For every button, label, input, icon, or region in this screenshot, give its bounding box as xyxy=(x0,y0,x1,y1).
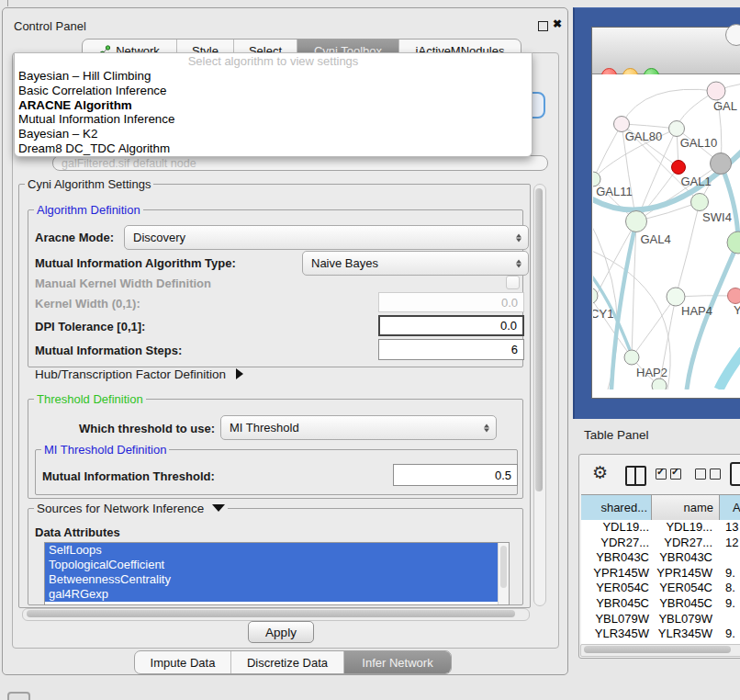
network-node-red-node[interactable] xyxy=(672,161,686,175)
mi-type-value: Naive Bayes xyxy=(311,256,378,270)
algorithm-option[interactable]: Basic Correlation Inference xyxy=(15,84,532,98)
manual-kernel-checkbox[interactable] xyxy=(506,276,520,289)
tab-impute-data[interactable]: Impute Data xyxy=(135,651,230,673)
column-header-name[interactable]: name xyxy=(652,495,720,520)
node-label-salmon-node: Y xyxy=(734,303,740,317)
network-node-GAL1[interactable] xyxy=(691,194,709,211)
table-row[interactable]: YDL19...YDL19...13 xyxy=(581,520,740,536)
expand-right-icon xyxy=(236,368,243,379)
network-node-HAP2[interactable] xyxy=(624,350,639,365)
float-window-icon[interactable] xyxy=(538,21,548,31)
docked-panel-icon[interactable] xyxy=(7,692,30,700)
settings-horizontal-scrollbar[interactable] xyxy=(22,608,530,621)
attribute-item[interactable]: TopologicalCoefficient xyxy=(45,558,509,572)
threshold-definition-title: Threshold Definition xyxy=(34,392,146,406)
mi-steps-label: Mutual Information Steps: xyxy=(35,344,182,357)
tab-infer-network[interactable]: Infer Network xyxy=(343,651,451,673)
table-panel-title: Table Panel xyxy=(584,428,649,442)
table-header: shared... name A xyxy=(581,494,740,521)
collapse-down-icon xyxy=(212,504,225,512)
table-row[interactable]: YDR27...YDR27...12 xyxy=(581,536,740,551)
network-node-GCY1[interactable] xyxy=(593,288,598,304)
table-row[interactable]: YLR345WYLR345W9. xyxy=(581,627,740,642)
network-node-salmon-node[interactable] xyxy=(728,288,740,304)
algorithm-option[interactable]: Mutual Information Inference xyxy=(15,112,532,127)
network-edge[interactable] xyxy=(622,124,677,129)
columns-icon[interactable] xyxy=(625,466,646,486)
table-row[interactable]: YBR043CYBR043C xyxy=(581,550,740,566)
mi-threshold-field[interactable]: 0.5 xyxy=(393,464,518,486)
dpi-tolerance-field[interactable]: 0.0 xyxy=(378,315,524,336)
network-edge[interactable] xyxy=(593,296,632,357)
network-edge[interactable] xyxy=(676,202,700,297)
algorithm-definition-title: Algorithm Definition xyxy=(34,203,143,217)
network-edge[interactable] xyxy=(721,164,738,243)
mi-threshold-label: Mutual Information Threshold: xyxy=(42,469,215,483)
mi-threshold-group-title: MI Threshold Definition xyxy=(41,443,169,457)
table-row[interactable]: YER054CYER054C8. xyxy=(581,581,740,596)
combo-arrows-icon xyxy=(484,423,489,432)
algorithm-list: Bayesian – Hill ClimbingBasic Correlatio… xyxy=(15,69,532,156)
close-icon[interactable]: ✖ xyxy=(553,17,562,30)
unselect-all-columns-icon[interactable] xyxy=(695,469,721,480)
algorithm-option[interactable]: Bayesian – Hill Climbing xyxy=(15,69,532,84)
table-horizontal-scrollbar[interactable] xyxy=(580,644,740,657)
table-row[interactable]: YBR045CYBR045C9. xyxy=(581,596,740,612)
mi-steps-field[interactable]: 6 xyxy=(378,339,524,360)
network-edge[interactable] xyxy=(593,124,622,179)
mi-type-combo[interactable]: Naive Bayes xyxy=(302,251,529,276)
tab-discretize-data[interactable]: Discretize Data xyxy=(230,651,343,673)
node-label-GAL80: GAL80 xyxy=(625,130,662,143)
attribute-item[interactable]: gal4RGexp xyxy=(45,587,509,602)
mi-type-label: Mutual Information Algorithm Type: xyxy=(35,256,236,270)
network-node-GAL4[interactable] xyxy=(626,211,647,232)
aracne-mode-value: Discovery xyxy=(133,231,185,244)
network-canvas[interactable]: GALGAL80GAL10GAL11GAL1GAL4SWI4GCY1HAP4YH… xyxy=(593,74,740,390)
node-label-GAL11: GAL11 xyxy=(596,185,633,198)
node-label-GCY1: GCY1 xyxy=(593,307,613,321)
network-selection-combo[interactable]: galFiltered.sif default node xyxy=(52,155,548,171)
network-edge[interactable] xyxy=(632,297,676,357)
select-all-columns-icon[interactable] xyxy=(656,469,681,480)
column-header-partial[interactable]: A xyxy=(720,495,740,520)
table-rows[interactable]: YDL19...YDL19...13YDR27...YDR27...12YBR0… xyxy=(581,520,740,644)
partial-node xyxy=(725,24,740,46)
kernel-width-field[interactable]: 0.0 xyxy=(378,292,524,312)
network-node-bottom-partial[interactable] xyxy=(652,378,667,390)
table-row[interactable]: YPR145WYPR145W9. xyxy=(581,566,740,581)
which-threshold-label: Which threshold to use: xyxy=(79,422,215,435)
algorithm-option[interactable]: Bayesian – K2 xyxy=(15,127,532,141)
algorithm-combo-hint[interactable]: Select algorithm to view settings xyxy=(15,54,532,68)
which-threshold-combo[interactable]: MI Threshold xyxy=(220,415,497,440)
hub-definition-toggle[interactable]: Hub/Transcription Factor Definition xyxy=(35,367,243,381)
node-label-GAL1: GAL1 xyxy=(680,175,711,188)
attribute-item[interactable]: BetweennessCentrality xyxy=(45,572,509,587)
apply-button[interactable]: Apply xyxy=(248,621,314,643)
combo-arrows-icon xyxy=(516,259,521,267)
network-node-SWI4[interactable] xyxy=(727,231,740,254)
sources-group-title[interactable]: Sources for Network Inference xyxy=(34,502,228,515)
network-window-titlebar[interactable] xyxy=(592,28,740,74)
data-attributes-label: Data Attributes xyxy=(35,525,120,539)
node-label-SWI4: SWI4 xyxy=(702,210,732,224)
network-node-GAL10[interactable] xyxy=(669,121,685,137)
settings-vertical-scrollbar[interactable] xyxy=(533,184,546,606)
aracne-mode-combo[interactable]: Discovery xyxy=(124,225,529,250)
data-attributes-list[interactable]: SelfLoopsTopologicalCoefficientBetweenne… xyxy=(44,542,510,605)
column-header-shared-name[interactable]: shared... xyxy=(581,495,652,520)
node-label-HAP4: HAP4 xyxy=(681,304,712,318)
network-node-HAP4[interactable] xyxy=(667,288,685,306)
algorithm-option[interactable]: Dream8 DC_TDC Algorithm xyxy=(15,141,532,156)
node-label-pink-top: GAL xyxy=(713,99,737,113)
network-node-gray-node[interactable] xyxy=(711,153,732,175)
gear-icon[interactable]: ⚙ xyxy=(592,462,608,483)
export-table-icon[interactable] xyxy=(730,462,740,486)
network-edge[interactable] xyxy=(622,89,716,124)
attribute-item[interactable]: SelfLoops xyxy=(45,543,509,558)
list-scrollbar[interactable] xyxy=(498,543,509,604)
table-row[interactable]: YBL079WYBL079W xyxy=(581,612,740,627)
algorithm-option[interactable]: ARACNE Algorithm xyxy=(15,98,532,113)
network-node-pink-top[interactable] xyxy=(707,82,725,100)
network-edge[interactable] xyxy=(719,350,740,390)
network-window: GALGAL80GAL10GAL11GAL1GAL4SWI4GCY1HAP4YH… xyxy=(591,27,740,399)
